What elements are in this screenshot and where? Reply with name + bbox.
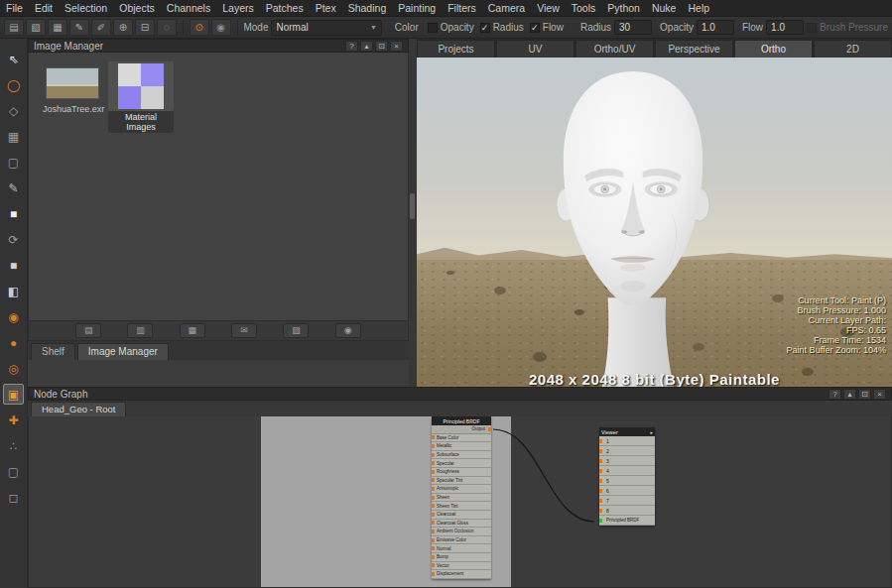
open-image-button[interactable]: ▤ <box>75 323 101 338</box>
collapse-icon[interactable]: ▸ <box>650 429 653 435</box>
viewer-input-port[interactable] <box>599 439 602 443</box>
blur-button[interactable]: ◌ <box>157 19 177 36</box>
radius-toggle[interactable]: ✓ Radius <box>480 22 524 33</box>
input-port[interactable] <box>432 555 435 559</box>
brush-tip-button[interactable]: ◉ <box>211 19 231 36</box>
menu-item[interactable]: Channels <box>161 1 216 15</box>
input-port[interactable] <box>432 546 435 550</box>
help-button[interactable]: ? <box>345 41 358 52</box>
tab-ortho-uv[interactable]: Ortho/UV <box>575 40 654 58</box>
viewer-node[interactable]: Viewer ▸ 1 2 <box>599 427 655 526</box>
menu-item[interactable]: Patches <box>260 1 310 15</box>
clone-tool[interactable]: ▣ <box>3 384 24 405</box>
menu-item[interactable]: Objects <box>113 1 161 15</box>
clone-stamp-button[interactable]: ⊕ <box>113 19 133 36</box>
output-port[interactable] <box>488 427 491 431</box>
input-port[interactable] <box>432 529 435 533</box>
close-button[interactable]: × <box>873 389 886 400</box>
tab-uv[interactable]: UV <box>496 40 574 58</box>
viewer-input-port[interactable] <box>599 469 602 473</box>
menu-item[interactable]: Nuke <box>646 1 683 15</box>
menu-item[interactable]: Help <box>682 1 715 15</box>
tab-projects[interactable]: Projects <box>417 40 495 58</box>
paint-through-button[interactable]: ✐ <box>91 19 111 36</box>
menu-item[interactable]: Layers <box>216 1 260 15</box>
checkbox[interactable]: ✓ <box>530 23 540 33</box>
viewer-input-port[interactable] <box>599 499 602 503</box>
pin-button[interactable]: ▴ <box>360 41 373 52</box>
input-port[interactable] <box>432 470 435 474</box>
opacity-field[interactable]: 1.0 <box>697 20 734 35</box>
menu-item[interactable]: Filters <box>442 1 482 15</box>
flow-toggle[interactable]: ✓ Flow <box>530 22 564 33</box>
input-port[interactable] <box>432 504 435 508</box>
new-project-button[interactable]: ▤ <box>4 19 24 36</box>
help-button[interactable]: ? <box>828 389 841 400</box>
grid-tool[interactable]: ▦ <box>3 126 24 147</box>
input-port[interactable] <box>432 487 435 491</box>
viewer-input-port[interactable] <box>599 479 602 483</box>
foreground-color-swatch[interactable]: ■ <box>3 203 24 224</box>
menu-item[interactable]: Ptex <box>310 1 342 15</box>
web-image-button[interactable]: ◉ <box>335 323 361 338</box>
marquee-select-tool[interactable]: ▢ <box>3 152 24 173</box>
add-brush-button[interactable]: ✚ <box>3 410 24 430</box>
sheet-image-button[interactable]: ▧ <box>283 323 309 338</box>
mail-image-button[interactable]: ✉ <box>231 323 257 338</box>
menu-item[interactable]: Camera <box>482 1 531 15</box>
open-project-button[interactable]: ▧ <box>26 19 46 36</box>
save-image-button[interactable]: ▥ <box>127 323 153 338</box>
menu-item[interactable]: Python <box>601 1 646 15</box>
splitter-handle[interactable] <box>410 193 415 219</box>
menu-item[interactable]: Selection <box>59 1 113 15</box>
blur-tool[interactable]: ◎ <box>3 358 24 379</box>
tab-image-manager[interactable]: Image Manager <box>77 343 169 360</box>
pick-target-button[interactable]: ⊙ <box>190 19 209 36</box>
brush-pressure-toggle[interactable]: Brush Pressure <box>807 22 888 33</box>
menu-item[interactable]: View <box>531 1 566 15</box>
radius-field[interactable]: 30 <box>614 20 652 35</box>
input-port[interactable] <box>432 496 435 500</box>
input-port[interactable] <box>432 513 435 517</box>
viewer-input-port[interactable] <box>599 489 602 493</box>
tab-shelf[interactable]: Shelf <box>31 343 75 360</box>
close-button[interactable]: × <box>390 41 403 52</box>
viewer-input-port[interactable] <box>599 449 602 453</box>
tab-2d[interactable]: 2D <box>814 40 892 58</box>
float-button[interactable]: ⊡ <box>375 41 388 52</box>
cube-tool[interactable]: ◻ <box>3 487 24 508</box>
swap-colors-button[interactable]: ⟳ <box>3 229 24 250</box>
tab-perspective[interactable]: Perspective <box>655 40 733 58</box>
principled-brdf-node[interactable]: Principled BRDF Output Base Color <box>432 416 491 579</box>
input-port[interactable] <box>432 521 435 525</box>
flow-field[interactable]: 1.0 <box>766 20 804 35</box>
checkbox[interactable]: ✓ <box>480 23 490 33</box>
menu-item[interactable]: File <box>0 1 29 15</box>
checkbox[interactable] <box>428 23 438 33</box>
dots-tool[interactable]: ∴ <box>3 435 24 456</box>
image-thumbnail-joshuatree[interactable]: JoshuaTree.exr <box>41 67 104 115</box>
opacity-toggle[interactable]: Opacity <box>428 22 474 33</box>
eyedropper-tool[interactable]: ✎ <box>3 177 24 198</box>
input-port[interactable] <box>432 444 435 448</box>
panel-splitter[interactable] <box>409 39 417 387</box>
input-port[interactable] <box>432 453 435 457</box>
tab-ortho[interactable]: Ortho <box>734 40 813 58</box>
menu-item[interactable]: Tools <box>566 1 602 15</box>
transform-tool[interactable]: ◯ <box>3 74 24 95</box>
smear-tool[interactable]: ● <box>3 332 24 353</box>
input-port[interactable] <box>432 435 435 439</box>
input-port[interactable] <box>432 478 435 482</box>
viewer-input-port[interactable] <box>599 509 602 513</box>
menu-item[interactable]: Shading <box>342 1 393 15</box>
warp-tool[interactable]: ◇ <box>3 100 24 121</box>
mask-swatch[interactable]: ◧ <box>3 281 24 301</box>
pin-button[interactable]: ▴ <box>843 389 856 400</box>
input-port[interactable] <box>432 538 435 542</box>
lasso-tool[interactable]: ▢ <box>3 461 24 482</box>
menu-item[interactable]: Painting <box>392 1 442 15</box>
viewport-3d-scene[interactable]: Current Tool: Paint (P)Brush Pressure: 1… <box>417 58 892 387</box>
input-port[interactable] <box>432 461 435 465</box>
menu-item[interactable]: Edit <box>29 1 59 15</box>
towel-button[interactable]: ⊟ <box>135 19 155 36</box>
